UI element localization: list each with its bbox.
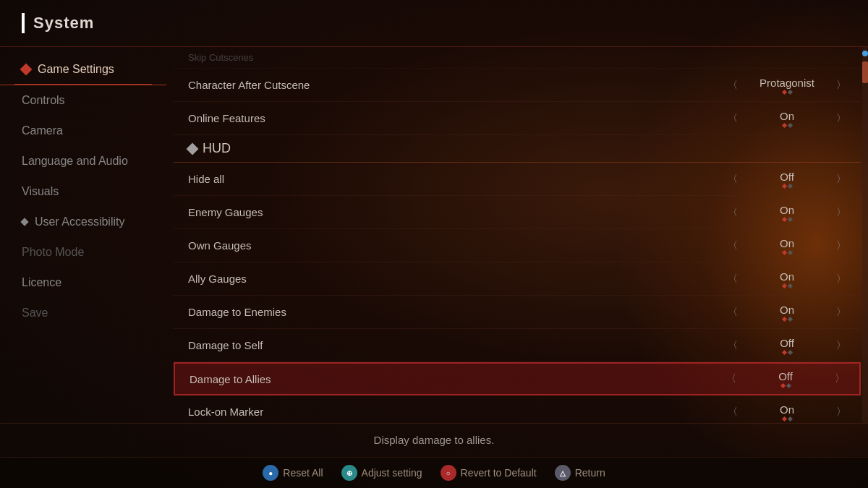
return-button[interactable]: △ (555, 465, 571, 481)
arrow-left-dmg-e: 〈 (728, 306, 738, 319)
page-title: System (33, 14, 94, 33)
adjust-setting-button[interactable]: ⊕ (341, 465, 357, 481)
setting-row-enemy-gauges[interactable]: Enemy Gauges 〈 On 〉 (174, 196, 861, 229)
control-return[interactable]: △ Return (555, 465, 605, 481)
value-area-dmg-a: Off (742, 370, 829, 388)
value-area-lock: On (744, 403, 830, 421)
value-enemy-gauges: On (780, 204, 794, 216)
sidebar-label-language-audio: Language and Audio (22, 155, 128, 168)
hud-diamond-icon (187, 142, 199, 155)
sidebar-item-user-accessibility[interactable]: User Accessibility (0, 207, 166, 237)
value-area-enemy: On (744, 204, 830, 221)
value-ally-gauges: On (780, 270, 794, 283)
arrow-right-lock: 〉 (836, 406, 846, 419)
dot-gray (787, 89, 792, 94)
value-area-dmg-e: On (744, 304, 830, 321)
sidebar-item-camera[interactable]: Camera (0, 116, 166, 146)
value-area-ally-g: On (744, 270, 830, 288)
setting-name-lock-on: Lock-on Marker (188, 406, 728, 418)
revert-default-label: Revert to Default (461, 467, 537, 479)
setting-name-ally-gauges: Ally Gauges (188, 273, 728, 285)
dot-gray-online (787, 122, 792, 127)
value-lock-on: On (780, 403, 794, 416)
sidebar-label-photo-mode: Photo Mode (22, 246, 84, 259)
setting-row-hide-all[interactable]: Hide all 〈 Off 〉 (174, 163, 861, 196)
sidebar-item-save[interactable]: Save (0, 298, 166, 328)
arrow-right-enemy: 〉 (836, 206, 846, 219)
hud-section-title: HUD (203, 141, 231, 156)
setting-name-damage-enemies: Damage to Enemies (188, 306, 728, 318)
description-bar: Display damage to allies. (0, 423, 868, 457)
setting-name-damage-self: Damage to Self (188, 339, 728, 351)
return-label: Return (575, 467, 605, 479)
value-online: On (780, 110, 794, 122)
setting-row-damage-allies[interactable]: Damage to Allies 〈 Off 〉 (174, 362, 861, 395)
arrow-left-hide: 〈 (728, 173, 738, 186)
setting-name-own-gauges: Own Gauges (188, 239, 728, 252)
value-damage-self: Off (780, 337, 794, 349)
sidebar-item-game-settings[interactable]: Game Settings (0, 54, 166, 85)
setting-name-skip: Skip Cutscenes (188, 52, 846, 63)
arrow-left-own: 〈 (728, 239, 738, 252)
setting-row-ally-gauges[interactable]: Ally Gauges 〈 On 〉 (174, 262, 861, 296)
scrollbar-thumb (862, 61, 868, 83)
control-revert-default[interactable]: ○ Revert to Default (441, 465, 537, 481)
small-diamond-icon (20, 218, 28, 226)
setting-row-skip-cutscenes: Skip Cutscenes (174, 47, 861, 69)
content-area: Skip Cutscenes Character After Cutscene … (166, 47, 868, 423)
control-reset-all[interactable]: ● Reset All (263, 465, 323, 481)
setting-row-own-gauges[interactable]: Own Gauges 〈 On 〉 (174, 229, 861, 262)
setting-name-enemy-gauges: Enemy Gauges (188, 206, 728, 218)
controls-bar: ● Reset All ⊕ Adjust setting ○ Revert to… (0, 457, 868, 488)
value-area-dmg-s: Off (744, 337, 830, 354)
arrow-right-hide: 〉 (836, 173, 846, 186)
value-damage-allies: Off (778, 370, 793, 382)
arrow-right-dmg-e: 〉 (836, 306, 846, 319)
value-area-online: On (744, 110, 830, 127)
setting-row-damage-self[interactable]: Damage to Self 〈 Off 〉 (174, 329, 861, 362)
setting-name-hide-all: Hide all (188, 173, 728, 185)
sidebar-label-game-settings: Game Settings (38, 63, 114, 76)
sidebar: Game Settings Controls Camera Language a… (0, 47, 166, 423)
header-bar (22, 13, 25, 33)
dot-red (781, 89, 786, 94)
scrollbar[interactable] (862, 47, 868, 423)
sidebar-item-controls[interactable]: Controls (0, 85, 166, 116)
setting-name-char-cutscene: Character After Cutscene (188, 79, 728, 91)
diamond-icon (20, 64, 33, 76)
sidebar-label-licence: Licence (22, 276, 61, 289)
value-area-char: Protagonist (744, 77, 830, 94)
arrow-left-ally-g: 〈 (728, 273, 738, 286)
setting-name-online: Online Features (188, 112, 728, 124)
sidebar-label-camera: Camera (22, 124, 63, 137)
main-layout: Game Settings Controls Camera Language a… (0, 47, 868, 423)
sidebar-item-licence[interactable]: Licence (0, 267, 166, 298)
sidebar-label-controls: Controls (22, 94, 65, 107)
dot-red-online (781, 122, 786, 127)
sidebar-label-user-accessibility: User Accessibility (35, 215, 124, 228)
revert-default-button[interactable]: ○ (441, 465, 456, 481)
setting-row-lock-on[interactable]: Lock-on Marker 〈 On 〉 (174, 395, 861, 423)
control-adjust-setting[interactable]: ⊕ Adjust setting (341, 465, 422, 481)
settings-list: Skip Cutscenes Character After Cutscene … (174, 47, 861, 423)
value-damage-enemies: On (780, 304, 794, 316)
sidebar-label-save: Save (22, 307, 48, 320)
setting-row-online-features[interactable]: Online Features 〈 On 〉 (174, 102, 861, 135)
reset-all-button[interactable]: ● (263, 465, 278, 481)
value-area-own: On (744, 237, 830, 254)
setting-row-damage-enemies[interactable]: Damage to Enemies 〈 On 〉 (174, 296, 861, 329)
arrow-left-online: 〈 (728, 112, 738, 125)
sidebar-item-photo-mode[interactable]: Photo Mode (0, 237, 166, 267)
sidebar-item-language-audio[interactable]: Language and Audio (0, 146, 166, 176)
value-char-cutscene: Protagonist (760, 77, 814, 89)
adjust-setting-label: Adjust setting (362, 467, 422, 479)
hud-section-header: HUD (174, 135, 861, 163)
dots-online (783, 124, 792, 127)
value-own-gauges: On (780, 237, 794, 249)
dots-char (783, 90, 792, 94)
sidebar-item-visuals[interactable]: Visuals (0, 176, 166, 207)
scrollbar-icon (862, 51, 868, 56)
reset-all-label: Reset All (283, 467, 323, 479)
setting-row-character-after-cutscene[interactable]: Character After Cutscene 〈 Protagonist 〉 (174, 69, 861, 102)
arrow-right-online: 〉 (836, 112, 846, 125)
